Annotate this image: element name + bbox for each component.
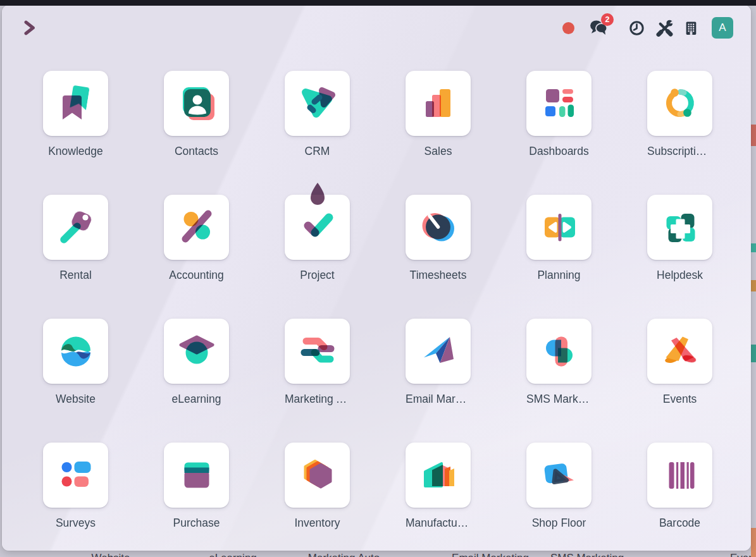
- knowledge-icon: [54, 82, 98, 126]
- app-label: eLearning: [164, 393, 229, 409]
- app-label: Timesheets: [406, 269, 471, 285]
- app-card: [164, 319, 229, 384]
- app-item-timesheets[interactable]: Timesheets: [406, 195, 471, 285]
- app-item-website[interactable]: Website: [43, 319, 108, 409]
- app-label: Marketing Auto…: [285, 393, 350, 409]
- app-card: [164, 195, 229, 260]
- company-button[interactable]: [680, 16, 702, 39]
- messages-button[interactable]: 2: [588, 16, 609, 39]
- chevron-right-icon: [21, 19, 39, 37]
- app-label: Accounting: [164, 269, 229, 285]
- app-card: [526, 195, 592, 260]
- app-card: [285, 71, 350, 136]
- app-card: [406, 195, 471, 260]
- expand-apps-button[interactable]: [21, 19, 39, 37]
- app-label: Sales: [406, 145, 471, 161]
- app-card: [526, 319, 592, 384]
- partial-app-label: Marketing Auto…: [308, 552, 390, 557]
- app-card: [406, 71, 471, 136]
- app-item-surveys[interactable]: Surveys: [43, 443, 108, 533]
- window-top-bar: [0, 0, 756, 6]
- app-label: Knowledge: [43, 145, 108, 161]
- background-partial-app-labels: WebsiteeLearningMarketing Auto…Email Mar…: [0, 550, 756, 557]
- app-card: [526, 443, 592, 508]
- app-item-dashboards[interactable]: Dashboards: [526, 71, 592, 161]
- app-label: Purchase: [164, 517, 229, 533]
- website-icon: [54, 329, 98, 374]
- home-menu-topbar: 2 A: [2, 5, 751, 51]
- app-label: Surveys: [43, 517, 108, 533]
- helpdesk-icon: [658, 205, 702, 250]
- timesheets-icon: [416, 205, 461, 250]
- app-item-subscriptions[interactable]: Subscriptions: [647, 71, 712, 161]
- app-item-project[interactable]: Project: [285, 195, 350, 285]
- app-item-shop-floor[interactable]: Shop Floor: [526, 443, 592, 533]
- partial-app-label: eLearning: [209, 552, 257, 557]
- app-item-sms-marketing[interactable]: SMS Marketing: [526, 319, 592, 409]
- crm-icon: [295, 82, 340, 126]
- user-avatar[interactable]: A: [712, 17, 733, 39]
- sms-marketing-icon: [537, 329, 581, 374]
- elearning-icon: [175, 329, 219, 374]
- app-label: Contacts: [164, 145, 229, 161]
- app-item-barcode[interactable]: Barcode: [647, 443, 712, 533]
- contacts-icon: [175, 82, 219, 126]
- app-card: [406, 443, 471, 508]
- app-item-contacts[interactable]: Contacts: [164, 71, 229, 161]
- partial-app-label: Email Marketing: [452, 552, 529, 557]
- app-item-sales[interactable]: Sales: [406, 71, 471, 161]
- clock-icon: [628, 20, 645, 37]
- app-card: [43, 319, 108, 384]
- activities-button[interactable]: [626, 16, 647, 39]
- background-icon-fragment: [751, 243, 756, 252]
- partial-app-label: SMS Marketing: [550, 552, 624, 557]
- app-card: [43, 443, 108, 508]
- app-card: [647, 443, 712, 508]
- app-item-knowledge[interactable]: Knowledge: [43, 71, 108, 161]
- app-item-manufacturing[interactable]: Manufacturing: [406, 443, 471, 533]
- app-label: Shop Floor: [526, 517, 592, 533]
- background-icon-fragment: [751, 528, 756, 557]
- purchase-icon: [175, 453, 219, 498]
- accounting-icon: [175, 205, 219, 250]
- app-label: Project: [285, 269, 350, 285]
- app-label: Rental: [43, 269, 108, 285]
- app-label: Events: [647, 393, 712, 409]
- app-item-helpdesk[interactable]: Helpdesk: [647, 195, 712, 285]
- app-label: Helpdesk: [647, 269, 712, 285]
- app-label: Inventory: [285, 517, 350, 533]
- inventory-icon: [295, 453, 340, 498]
- app-item-accounting[interactable]: Accounting: [164, 195, 229, 285]
- events-icon: [658, 329, 702, 374]
- tools-icon: [656, 20, 673, 37]
- surveys-icon: [54, 453, 98, 498]
- chat-badge: 2: [601, 13, 614, 26]
- app-item-planning[interactable]: Planning: [526, 195, 592, 285]
- app-label: Planning: [526, 269, 592, 285]
- background-icon-fragment: [751, 125, 756, 146]
- app-item-marketing-automation[interactable]: Marketing Auto…: [285, 319, 350, 409]
- app-label: Email Marketing: [406, 393, 471, 409]
- app-item-purchase[interactable]: Purchase: [164, 443, 229, 533]
- developer-tools-button[interactable]: [654, 16, 675, 39]
- app-item-rental[interactable]: Rental: [43, 195, 108, 285]
- app-item-events[interactable]: Events: [647, 319, 712, 409]
- app-item-crm[interactable]: CRM: [285, 71, 350, 161]
- app-label: CRM: [285, 145, 350, 161]
- app-card: [406, 319, 471, 384]
- app-item-email-marketing[interactable]: Email Marketing: [406, 319, 471, 409]
- app-card: [285, 319, 350, 384]
- app-item-inventory[interactable]: Inventory: [285, 443, 350, 533]
- planning-icon: [537, 205, 581, 250]
- app-item-elearning[interactable]: eLearning: [164, 319, 229, 409]
- app-label: Dashboards: [526, 145, 592, 161]
- app-card: [285, 195, 350, 260]
- app-label: Website: [43, 393, 108, 409]
- app-label: SMS Marketing: [526, 393, 592, 409]
- barcode-icon: [658, 453, 702, 498]
- rental-icon: [54, 205, 98, 250]
- app-label: Manufacturing: [406, 517, 471, 533]
- app-card: [43, 71, 108, 136]
- background-icon-fragment: [751, 280, 756, 291]
- partial-app-label: Website: [91, 552, 130, 557]
